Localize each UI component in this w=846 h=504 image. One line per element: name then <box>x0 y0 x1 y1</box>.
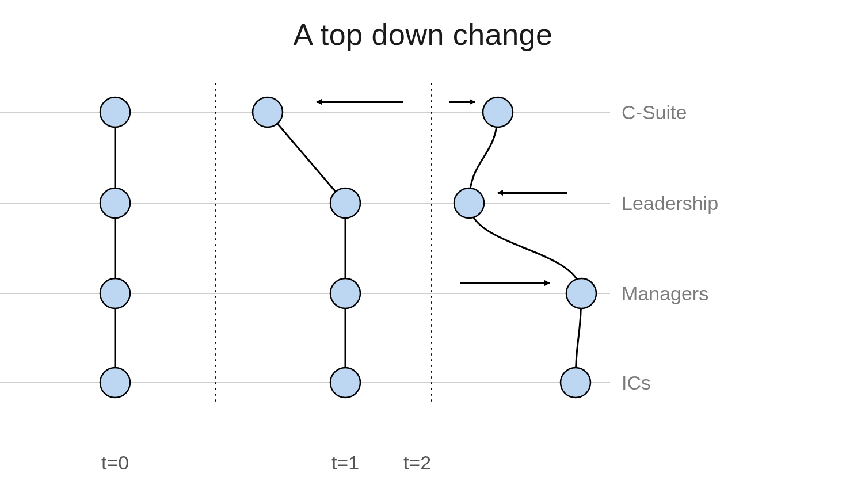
time-label-t1: t=1 <box>331 452 359 474</box>
org-node <box>330 278 360 308</box>
diagram-layer <box>0 0 846 504</box>
connector <box>268 112 345 203</box>
org-node <box>100 368 130 398</box>
connector-curved <box>469 203 581 293</box>
org-node <box>100 97 130 127</box>
row-label-ics: ICs <box>622 372 651 394</box>
org-node <box>566 278 596 308</box>
time-label-t2: t=2 <box>403 452 431 474</box>
row-label-managers: Managers <box>622 282 708 305</box>
row-label-leadership: Leadership <box>622 192 718 215</box>
time-label-t0: t=0 <box>101 452 129 474</box>
diagram-canvas: A top down change C-Suite Leadership Man… <box>0 0 846 504</box>
org-node <box>100 278 130 308</box>
org-node <box>561 368 590 398</box>
org-node <box>483 97 513 127</box>
org-node <box>253 97 283 127</box>
org-node <box>330 188 360 218</box>
org-node <box>454 188 484 218</box>
org-node <box>100 188 130 218</box>
org-node <box>330 368 360 398</box>
row-label-csuite: C-Suite <box>622 101 687 124</box>
